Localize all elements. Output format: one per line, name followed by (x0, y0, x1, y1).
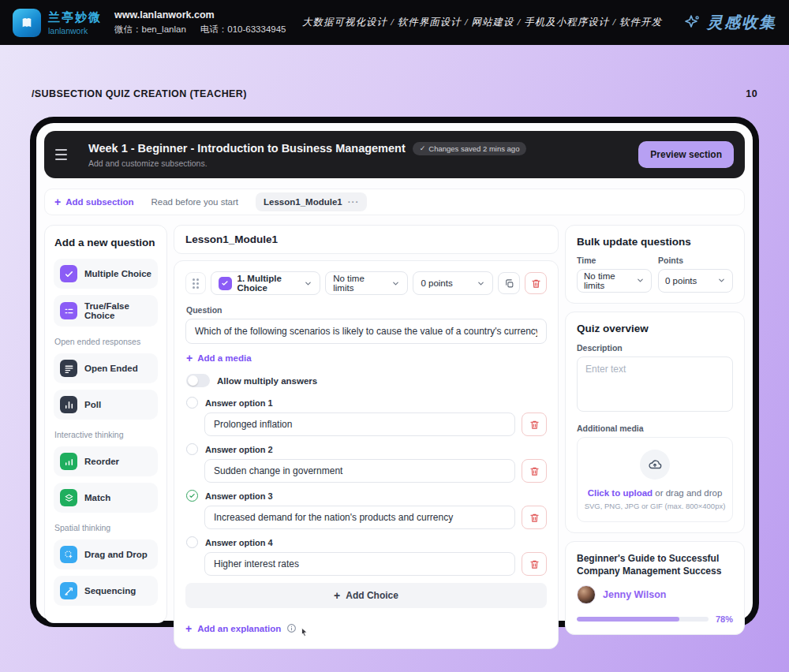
text-lines-icon (60, 360, 77, 377)
sidebar-item-reorder[interactable]: Reorder (54, 446, 158, 476)
delete-option-button[interactable] (522, 459, 547, 483)
answer-option-row: Answer option 1 (185, 397, 547, 436)
answer-option-row: Answer option 4 (185, 536, 547, 576)
add-choice-button[interactable]: Add Choice (185, 583, 547, 608)
sidebar-section-interactive: Interactive thinking (54, 430, 157, 439)
tab-options-icon[interactable] (348, 197, 360, 207)
trash-icon (531, 278, 541, 289)
points-label: Points (658, 256, 733, 265)
sidebar-item-match[interactable]: Match (54, 483, 158, 513)
add-subsection-button[interactable]: Add subsection (54, 196, 133, 207)
brand-contact-block: www.lanlanwork.com 微信：ben_lanlan 电话：010-… (114, 9, 286, 35)
subsection-tabs: Add subsection Read before you start Les… (44, 189, 745, 215)
answer-option-input[interactable] (204, 552, 515, 576)
ascending-bars-icon (60, 453, 77, 470)
bulk-time-select[interactable]: No time limits (577, 269, 652, 293)
author-name[interactable]: Jenny Wilson (603, 589, 666, 600)
delete-option-button[interactable] (522, 552, 547, 576)
mouse-cursor-icon (299, 626, 310, 638)
question-card: 1. Multiple Choice No time limits 0 poin… (174, 260, 559, 649)
delete-option-button[interactable] (522, 413, 547, 436)
tab-lesson1-module1[interactable]: Lesson1_Module1 (256, 192, 367, 211)
click-to-upload-link[interactable]: Click to upload (588, 488, 653, 498)
preview-section-button[interactable]: Preview section (638, 141, 734, 168)
plus-icon (54, 196, 61, 207)
sparkle-star-icon (682, 13, 701, 32)
allow-multiple-label: Allow multiply answers (217, 376, 317, 386)
brand-logo-icon (13, 9, 41, 37)
time-limit-select[interactable]: No time limits (325, 271, 408, 295)
question-label: Question (186, 305, 546, 315)
upload-hint: SVG, PNG, JPG or GIF (max. 800×400px) (584, 502, 726, 510)
check-icon (60, 265, 77, 282)
plus-icon (186, 353, 193, 364)
allow-multiple-toggle[interactable] (186, 374, 210, 387)
bar-chart-icon (60, 396, 77, 413)
question-input[interactable] (185, 319, 547, 344)
duplicate-question-button[interactable] (498, 272, 520, 294)
points-select[interactable]: 0 points (413, 271, 493, 295)
tab-read-before-you-start[interactable]: Read before you start (151, 197, 238, 207)
drag-drop-icon (60, 546, 77, 563)
delete-option-button[interactable] (522, 506, 547, 529)
copy-icon (504, 278, 514, 289)
chevron-down-icon (304, 279, 312, 288)
trash-icon (529, 466, 540, 476)
quiz-overview-card: Quiz overview Description Additional med… (565, 312, 745, 533)
delete-question-button[interactable] (525, 272, 547, 294)
trash-icon (529, 420, 540, 430)
sidebar-item-true-false[interactable]: True/False Choice (54, 295, 158, 327)
answer-option-row: Answer option 2 (185, 443, 547, 483)
add-explanation-button[interactable]: Add an explanation (185, 618, 547, 638)
bulk-update-card: Bulk update questions Time No time limit… (565, 225, 745, 304)
correct-answer-radio-selected[interactable] (186, 490, 198, 502)
correct-answer-radio[interactable] (186, 536, 198, 548)
menu-icon[interactable] (55, 144, 77, 166)
description-textarea[interactable] (577, 357, 733, 412)
brand-services: 大数据可视化设计 / 软件界面设计 / 网站建设 / 手机及小程序设计 / 软件… (302, 16, 662, 29)
drag-handle[interactable] (185, 272, 206, 294)
right-panel: Bulk update questions Time No time limit… (565, 225, 745, 623)
section-header: Week 1 - Beginner - Introduction to Busi… (44, 131, 745, 178)
sidebar-section-spatial: Spatial thinking (54, 523, 157, 532)
collect-label: 灵感收集 (707, 12, 776, 33)
drag-dots-icon (193, 278, 199, 289)
progress-percent: 78% (716, 614, 733, 624)
question-type-select[interactable]: 1. Multiple Choice (211, 271, 321, 295)
branding-topbar: 兰亭妙微 lanlanwork www.lanlanwork.com 微信：be… (0, 0, 789, 45)
list-icon (60, 302, 77, 319)
page-number: 10 (746, 88, 757, 99)
course-title: Beginner's Guide to Successful Company M… (577, 552, 733, 577)
trend-arrow-icon (60, 582, 77, 599)
answer-option-input[interactable] (204, 506, 515, 529)
quiz-editor: Lesson1_Module1 1. Multiple Choice (174, 225, 559, 623)
subsection-title-field[interactable]: Lesson1_Module1 (174, 225, 559, 254)
sidebar-item-sequencing[interactable]: Sequencing (54, 576, 158, 606)
bulk-update-title: Bulk update questions (577, 236, 733, 248)
sidebar-section-open-ended: Open ended responses (54, 337, 157, 346)
app-window: Week 1 - Beginner - Introduction to Busi… (30, 117, 759, 627)
answer-option-input[interactable] (204, 413, 515, 436)
brand-website: www.lanlanwork.com (114, 9, 286, 21)
sidebar-item-drag-and-drop[interactable]: Drag and Drop (54, 539, 158, 569)
brand-phone: 电话：010-63334945 (200, 24, 286, 35)
answer-option-input[interactable] (204, 459, 515, 483)
sidebar-item-poll[interactable]: Poll (54, 390, 158, 420)
quiz-overview-title: Quiz overview (577, 323, 733, 334)
author-avatar (577, 585, 596, 604)
add-media-button[interactable]: Add a media (186, 353, 546, 364)
correct-answer-radio[interactable] (186, 443, 198, 455)
info-icon (286, 623, 297, 633)
media-upload-dropzone[interactable]: Click to upload or drag and drop SVG, PN… (577, 437, 733, 522)
sidebar-item-multiple-choice[interactable]: Multiple Choice (54, 259, 158, 289)
page-title: /SUBSECTION QUIZ CREATION (TEACHER) (32, 88, 247, 99)
correct-answer-radio[interactable] (186, 397, 198, 409)
sidebar-item-open-ended[interactable]: Open Ended (54, 353, 158, 383)
bulk-points-select[interactable]: 0 points (658, 269, 733, 293)
question-types-sidebar: Add a new question Multiple Choice True/… (44, 225, 167, 623)
chevron-down-icon (636, 276, 645, 286)
additional-media-label: Additional media (577, 424, 733, 433)
brand-name-en: lanlanwork (48, 26, 102, 35)
plus-icon (334, 590, 340, 602)
description-label: Description (577, 343, 733, 353)
